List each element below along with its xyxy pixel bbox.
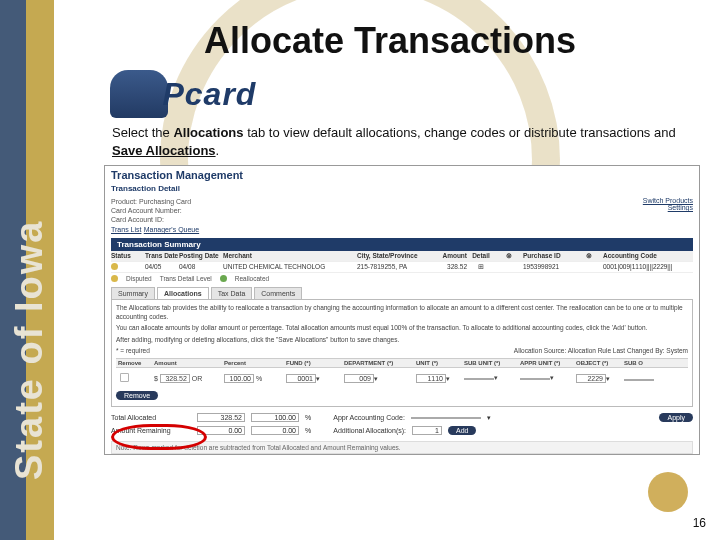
summary-bar: Transaction Summary [111,238,693,251]
page-number: 16 [693,516,706,530]
percent-input[interactable]: 100.00 [224,374,254,383]
cell-purchase-id: 1953998921 [523,263,575,271]
col-city: City, State/Province [357,252,427,260]
col-fund: FUND (*) [284,359,342,367]
trans-list-link[interactable]: Trans List [111,226,141,233]
alloc-source: Allocation Source: Allocation Rule Last … [514,347,688,354]
sb-title: Transaction Management [105,166,699,184]
unit-input[interactable]: 1110 [416,374,446,383]
add-acct-input[interactable] [411,417,481,419]
alloc-row: $ 328.52 OR 100.00 % 0001▾ 009▾ 1110▾ ▾ … [116,368,688,388]
legend-disputed: Disputed [126,275,152,282]
cell-detail-icon[interactable]: ⊞ [467,263,495,271]
add-alloc-input[interactable]: 1 [412,426,442,435]
alloc-desc-1: The Allocations tab provides the ability… [116,304,688,321]
col-amount: Amount [427,252,467,260]
col-purchase-id: Purchase ID [523,252,575,260]
account-info: Product: Purchasing Card Card Account Nu… [105,195,699,224]
apply-button[interactable]: Apply [659,413,693,422]
pct-sym: % [256,375,262,382]
col-trans-date: Trans Date [145,252,179,260]
legend: Disputed Trans Detail Level Reallocated [105,273,699,284]
tabs: Summary Allocations Tax Data Comments [111,287,693,299]
col-spacer: ⊚ [495,252,523,260]
note-row: Note: Rows marked for deletion are subtr… [111,441,693,454]
instruction-text: Select the Allocations tab to view defau… [112,124,678,159]
or-label: OR [192,375,203,382]
legend-trans-level: Trans Detail Level [160,275,212,282]
add-button[interactable]: Add [448,426,476,435]
switch-products-link[interactable]: Switch Products [643,197,693,204]
col-object: OBJECT (*) [574,359,622,367]
cell-merchant: UNITED CHEMICAL TECHNOLOG [223,263,357,271]
col-unit: UNIT (*) [414,359,462,367]
object-input[interactable]: 2229 [576,374,606,383]
col-appr-unit: APPR UNIT (*) [518,359,574,367]
col-accounting: Accounting Code [603,252,693,260]
cell-icon [495,263,523,271]
tab-allocations[interactable]: Allocations [157,287,209,299]
product-value: Purchasing Card [139,198,191,205]
status-dot-icon [111,263,118,270]
dept-input[interactable]: 009 [344,374,374,383]
allocations-panel: The Allocations tab provides the ability… [111,299,693,407]
sub-unit-input[interactable] [464,378,494,380]
remove-button[interactable]: Remove [116,391,158,400]
logo-text: Pcard [162,76,256,113]
page-title: Allocate Transactions [60,20,720,62]
sb-subtitle: Transaction Detail [105,184,699,195]
cell-accounting: 0001|009|1110||||2229||| [603,263,693,271]
alloc-desc-3: After adding, modifying or deleting allo… [116,336,688,344]
managers-queue-link[interactable]: Manager's Queue [144,226,199,233]
acct-id-label: Card Account ID: [111,215,191,224]
col-detail: Detail [467,252,495,260]
disputed-dot-icon [111,275,118,282]
remove-checkbox[interactable] [120,373,129,382]
logo: Pcard [110,70,720,118]
cell-amount: 328.52 [427,263,467,271]
screenshot-panel: Transaction Management Transaction Detai… [104,165,700,455]
col-alloc-percent: Percent [222,359,284,367]
col-status: Status [111,252,145,260]
reallocated-dot-icon [220,275,227,282]
slide-content: Allocate Transactions Pcard Select the A… [60,0,720,540]
total-allocated-amt: 328.52 [197,413,245,422]
col-sub-o: SUB O [622,359,650,367]
tab-summary[interactable]: Summary [111,287,155,299]
appr-unit-input[interactable] [520,378,550,380]
col-alloc-amount: Amount [152,359,222,367]
tab-tax[interactable]: Tax Data [211,287,253,299]
total-allocated-label: Total Allocated [111,414,191,421]
required-legend: * = required [116,347,150,354]
product-label: Product: [111,198,137,205]
col-posting-date: Posting Date [179,252,223,260]
col-merchant: Merchant [223,252,357,260]
summary-table: Status Trans Date Posting Date Merchant … [111,251,693,273]
cell-trans-date: 04/05 [145,263,179,271]
table-header-row: Status Trans Date Posting Date Merchant … [111,251,693,262]
settings-link[interactable]: Settings [643,204,693,211]
add-alloc-label: Additional Allocation(s): [333,427,406,434]
sub-o-input[interactable] [624,379,654,381]
totals: Total Allocated 328.52 100.00% Appr Acco… [111,411,693,437]
cell-icon2 [575,263,603,271]
legend-reallocated: Reallocated [235,275,269,282]
amount-input[interactable]: 328.52 [160,374,190,383]
amount-remaining-pct: 0.00 [251,426,299,435]
total-allocated-pct: 100.00 [251,413,299,422]
sidebar-text: State of Iowa [8,220,51,480]
cell-posting-date: 04/08 [179,263,223,271]
table-row: 04/05 04/08 UNITED CHEMICAL TECHNOLOG 21… [111,262,693,273]
logo-badge-icon [110,70,168,118]
col-sub-unit: SUB UNIT (*) [462,359,518,367]
col-remove: Remove [116,359,152,367]
amount-remaining-amt: 0.00 [197,426,245,435]
fund-input[interactable]: 0001 [286,374,316,383]
cell-city: 215-7819255, PA [357,263,427,271]
alloc-desc-2: You can allocate amounts by dollar amoun… [116,324,688,332]
col-dept: DEPARTMENT (*) [342,359,414,367]
tab-comments[interactable]: Comments [254,287,302,299]
col-spacer2: ⊚ [575,252,603,260]
add-acct-label: Appr Accounting Code: [333,414,405,421]
amount-remaining-label: Amount Remaining [111,427,191,434]
